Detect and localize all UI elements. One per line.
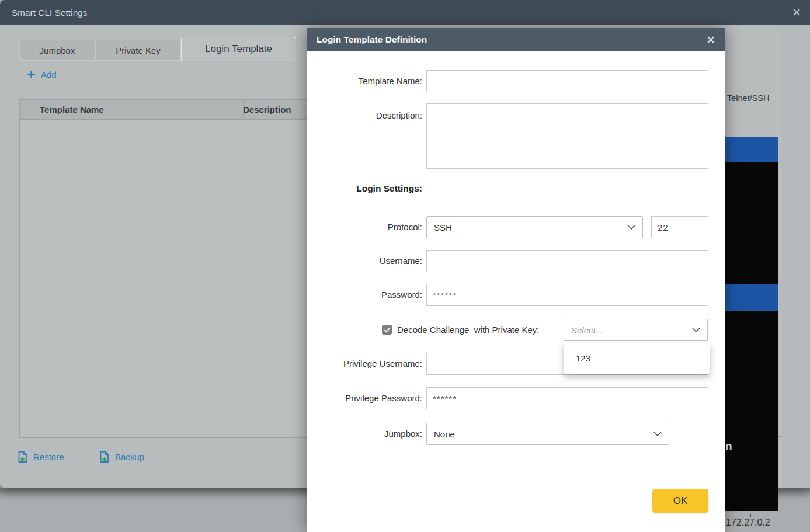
jumpbox-label: Jumpbox: [307, 423, 422, 445]
check-icon [384, 327, 391, 333]
chevron-down-icon [627, 225, 635, 230]
modal-close-icon[interactable]: ✕ [697, 33, 725, 47]
private-key-dropdown: 123 [564, 343, 710, 374]
background-panel-edge [193, 496, 193, 532]
port-input[interactable] [651, 216, 708, 238]
password-input[interactable] [426, 284, 708, 306]
plus-icon [27, 70, 36, 79]
tab-private-key-label: Private Key [116, 46, 161, 55]
backup-button-label: Backup [115, 452, 144, 462]
protocol-select[interactable]: SSH [426, 216, 643, 238]
tab-jumpbox[interactable]: Jumpbox [19, 40, 95, 61]
jumpbox-value: None [434, 429, 455, 439]
decode-challenge-checkbox[interactable] [382, 325, 392, 335]
window-right-margin [782, 25, 810, 488]
decode-challenge-label: Decode Challenge with Private Key: [397, 319, 539, 340]
username-input[interactable] [426, 250, 708, 272]
login-template-definition-modal: Login Template Definition ✕ Template Nam… [307, 28, 725, 532]
backup-icon [99, 451, 110, 463]
privilege-username-label: Privilege Username: [307, 353, 422, 375]
restore-icon [18, 451, 28, 463]
console-text-fragment-1: n [725, 440, 732, 453]
privilege-password-label: Privilege Password: [307, 387, 422, 409]
protocol-value: SSH [434, 222, 452, 232]
username-label: Username: [307, 250, 422, 272]
template-name-input[interactable] [426, 70, 708, 92]
window-close-icon[interactable]: ✕ [788, 4, 805, 21]
tab-login-template-label: Login Template [205, 43, 272, 55]
column-divider [243, 100, 244, 119]
private-key-placeholder: Select... [571, 325, 603, 335]
login-settings-heading: Login Settings: [307, 182, 422, 196]
private-key-select[interactable]: Select... [564, 319, 708, 341]
tab-jumpbox-label: Jumpbox [40, 46, 75, 55]
jumpbox-select[interactable]: None [426, 423, 669, 445]
ok-button[interactable]: OK [652, 489, 708, 513]
column-template-name[interactable]: Template Name [20, 105, 243, 114]
password-label: Password: [307, 284, 422, 306]
ok-button-label: OK [673, 495, 688, 507]
restore-button[interactable]: Restore [18, 451, 64, 463]
add-button-label: Add [41, 69, 57, 79]
description-textarea[interactable] [426, 103, 708, 169]
tab-login-template[interactable]: Login Template [181, 37, 296, 61]
console-right-edge [781, 58, 781, 438]
description-label: Description: [307, 105, 422, 127]
template-name-label: Template Name: [307, 70, 422, 92]
chevron-down-icon [653, 432, 662, 436]
protocol-label: Protocol: [307, 216, 422, 238]
chevron-down-icon [692, 328, 700, 332]
device-ip-label: 172.27.0.2 [726, 517, 770, 528]
privilege-password-input[interactable] [426, 387, 708, 409]
tab-private-key[interactable]: Private Key [95, 40, 181, 61]
console-tab-label[interactable]: Telnet/SSH [727, 93, 770, 103]
backup-button[interactable]: Backup [99, 451, 144, 463]
modal-header: Login Template Definition ✕ [307, 28, 725, 51]
dropdown-option-123[interactable]: 123 [564, 343, 710, 374]
modal-title: Login Template Definition [307, 34, 427, 45]
column-description[interactable]: Description [243, 105, 291, 114]
add-button[interactable]: Add [27, 69, 57, 79]
restore-button-label: Restore [33, 452, 64, 462]
window-titlebar: Smart CLI Settings [0, 0, 810, 25]
window-title: Smart CLI Settings [0, 8, 87, 18]
